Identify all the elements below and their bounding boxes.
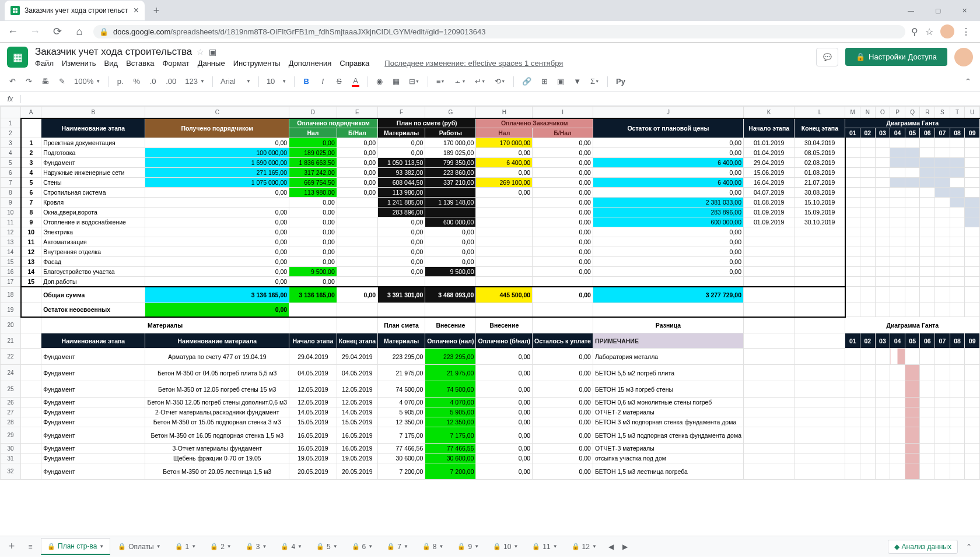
row-header[interactable]: 24 (1, 365, 21, 381)
bold-button[interactable]: B (300, 75, 313, 89)
row-header[interactable]: 3 (1, 138, 21, 148)
row-header[interactable]: 9 (1, 198, 21, 208)
account-avatar[interactable] (954, 48, 973, 66)
row-header[interactable]: 7 (1, 178, 21, 188)
sheets-logo-icon[interactable]: ▦ (7, 47, 28, 68)
col-header[interactable]: O (875, 107, 890, 118)
row-header[interactable]: 6 (1, 168, 21, 178)
minimize-button[interactable]: — (904, 6, 918, 16)
row-header[interactable]: 26 (1, 398, 21, 407)
sheet-tab[interactable]: 🔒2▼ (204, 538, 238, 555)
row-header[interactable]: 11 (1, 217, 21, 227)
row-header[interactable]: 5 (1, 158, 21, 168)
increase-decimal-button[interactable]: .00 (163, 75, 179, 89)
row-header[interactable]: 29 (1, 427, 21, 444)
forward-button[interactable]: → (27, 23, 43, 40)
spreadsheet-grid[interactable]: ABCDEFGHIJKLMNOPQRSTU1Наименование этапа… (0, 106, 980, 536)
last-edit[interactable]: Последнее изменение: effective spaces 1 … (384, 59, 563, 68)
insert-chart-button[interactable]: ▣ (554, 75, 567, 89)
filter-button[interactable]: ▼ (570, 75, 584, 89)
row-header[interactable]: 13 (1, 237, 21, 247)
menu-Вставка[interactable]: Вставка (126, 59, 154, 68)
sheet-tab[interactable]: 🔒3▼ (239, 538, 274, 555)
col-header[interactable]: B (41, 107, 145, 118)
functions-button[interactable]: Σ▼ (587, 75, 602, 89)
col-header[interactable]: D (289, 107, 337, 118)
col-header[interactable]: R (920, 107, 935, 118)
col-header[interactable]: K (744, 107, 794, 118)
row-header[interactable]: 4 (1, 148, 21, 158)
col-header[interactable]: T (950, 107, 965, 118)
col-header[interactable]: G (425, 107, 476, 118)
row-header[interactable]: 2 (1, 128, 21, 138)
home-button[interactable]: ⌂ (71, 23, 88, 40)
browser-tab[interactable]: Заказчик учет хода строительст × (5, 1, 145, 20)
text-wrap-button[interactable]: ↵▼ (472, 75, 488, 89)
sheet-tab[interactable]: 🔒6▼ (345, 538, 380, 555)
row-header[interactable]: 22 (1, 349, 21, 365)
back-button[interactable]: ← (5, 23, 21, 40)
fill-color-button[interactable]: ◉ (373, 75, 386, 89)
merge-button[interactable]: ⊟▼ (406, 75, 422, 89)
row-header[interactable]: 1 (1, 118, 21, 128)
reload-button[interactable]: ⟳ (49, 23, 65, 40)
borders-button[interactable]: ▦ (390, 75, 402, 89)
new-tab-button[interactable]: + (148, 2, 164, 19)
col-header[interactable]: H (476, 107, 533, 118)
sheet-tab[interactable]: 🔒9▼ (451, 538, 485, 555)
menu-Вид[interactable]: Вид (104, 59, 118, 68)
add-sheet-button[interactable]: + (4, 540, 20, 553)
cyrillic-button[interactable]: Ру (613, 75, 628, 89)
font-select[interactable]: Arial▼ (218, 76, 253, 87)
row-header[interactable]: 32 (1, 463, 21, 480)
close-tab-icon[interactable]: × (134, 5, 139, 16)
chevron-up-icon[interactable]: ⌃ (961, 543, 977, 551)
sheet-tab[interactable]: 🔒12▼ (565, 538, 603, 555)
chevron-up-icon[interactable]: ⌃ (961, 75, 974, 89)
paint-format-button[interactable]: ✎ (55, 75, 68, 89)
menu-Файл[interactable]: Файл (35, 59, 54, 68)
col-header[interactable]: U (965, 107, 980, 118)
doc-title[interactable]: Заказчик учет хода строительства (35, 46, 192, 58)
text-color-button[interactable]: A (349, 75, 362, 89)
maximize-button[interactable]: ▢ (932, 6, 944, 16)
sheet-tab[interactable]: 🔒План стр-ва▼ (41, 538, 110, 555)
row-header[interactable]: 25 (1, 381, 21, 398)
row-header[interactable]: 10 (1, 208, 21, 217)
comments-button[interactable]: 💬 (816, 48, 838, 66)
menu-Формат[interactable]: Формат (162, 59, 189, 68)
col-header[interactable]: A (21, 107, 41, 118)
redo-button[interactable]: ↷ (22, 75, 35, 89)
menu-Данные[interactable]: Данные (198, 59, 225, 68)
col-header[interactable]: J (593, 107, 743, 118)
row-header[interactable]: 30 (1, 444, 21, 453)
sheet-tab[interactable]: 🔒5▼ (310, 538, 344, 555)
star-icon[interactable]: ☆ (197, 47, 204, 57)
row-header[interactable]: 15 (1, 257, 21, 267)
row-header[interactable]: 21 (1, 333, 21, 349)
share-button[interactable]: 🔒 Настройки Доступа (845, 48, 947, 66)
menu-Справка[interactable]: Справка (340, 59, 369, 68)
folder-icon[interactable]: ▣ (209, 47, 216, 57)
insert-comment-button[interactable]: ⊞ (538, 75, 551, 89)
undo-button[interactable]: ↶ (6, 75, 19, 89)
col-header[interactable]: M (845, 107, 860, 118)
profile-avatar[interactable] (940, 24, 954, 38)
text-rotation-button[interactable]: ⟲▼ (492, 75, 508, 89)
search-icon[interactable]: ⚲ (911, 26, 918, 37)
col-header[interactable]: F (377, 107, 425, 118)
col-header[interactable]: Q (905, 107, 920, 118)
print-button[interactable]: 🖶 (38, 75, 52, 89)
menu-Инструменты[interactable]: Инструменты (233, 59, 281, 68)
menu-Дополнения[interactable]: Дополнения (289, 59, 332, 68)
col-header[interactable]: C (145, 107, 289, 118)
h-align-button[interactable]: ≡▼ (433, 75, 448, 89)
insert-link-button[interactable]: 🔗 (519, 75, 534, 89)
menu-Изменить[interactable]: Изменить (62, 59, 96, 68)
col-header[interactable]: E (337, 107, 377, 118)
tab-scroll-left[interactable]: ◀ (606, 543, 617, 551)
address-bar[interactable]: 🔒 docs.google.com/spreadsheets/d/1819nm8… (93, 25, 905, 38)
row-header[interactable]: 12 (1, 227, 21, 237)
row-header[interactable]: 18 (1, 287, 21, 303)
sheet-tab[interactable]: 🔒8▼ (416, 538, 450, 555)
